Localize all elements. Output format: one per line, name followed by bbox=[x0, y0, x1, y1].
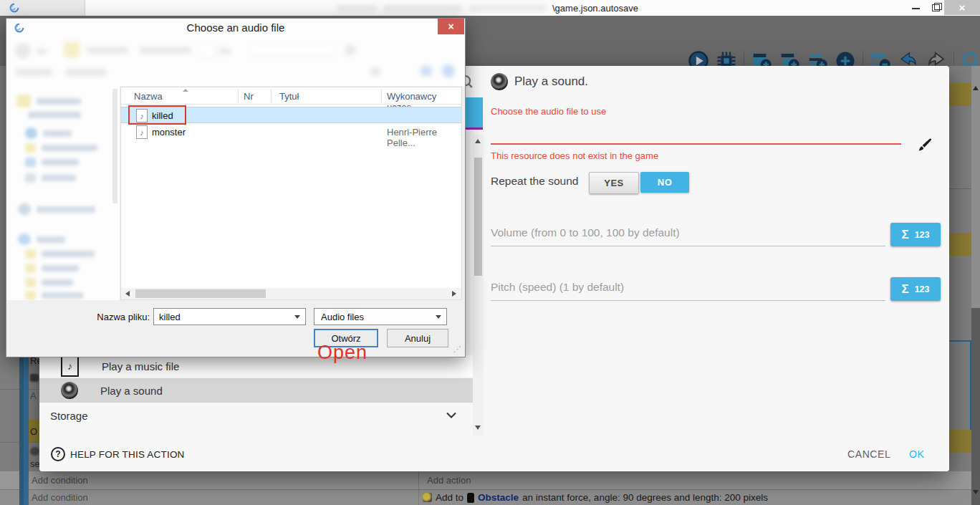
blurred-breadcrumb bbox=[140, 47, 191, 54]
scrollbar-thumb[interactable] bbox=[474, 158, 482, 276]
file-list-header: Nazwa Nr Tytuł Wykonawcy uczes... bbox=[121, 87, 461, 105]
blurred-folder-icon bbox=[64, 42, 80, 57]
force-action-icon bbox=[423, 493, 432, 502]
scroll-up-icon[interactable] bbox=[475, 139, 481, 143]
volume-expression-button[interactable]: Σ 123 bbox=[890, 223, 941, 246]
repeat-yes-button[interactable]: YES bbox=[589, 172, 639, 194]
chevron-down-icon bbox=[446, 411, 457, 419]
window-tab[interactable] bbox=[0, 0, 85, 16]
action-list-item-label: Play a music file bbox=[102, 360, 179, 372]
cancel-button[interactable]: CANCEL bbox=[847, 448, 890, 460]
pitch-label: Pitch (speed) (1 by default) bbox=[491, 281, 624, 294]
column-header-title[interactable]: Tytuł bbox=[279, 91, 299, 102]
filetype-dropdown[interactable]: Audio files bbox=[314, 308, 447, 325]
restore-icon-back bbox=[934, 3, 942, 10]
explorer-toolbar-blurred bbox=[6, 37, 465, 86]
blurred-breadcrumb bbox=[87, 47, 128, 54]
cancel-button-label: Anuluj bbox=[405, 333, 431, 344]
speaker-icon bbox=[491, 73, 508, 90]
blurred-view-icon bbox=[421, 66, 432, 76]
help-icon: ? bbox=[51, 447, 65, 461]
expression-badge: 123 bbox=[915, 284, 930, 294]
event-highlight-yellow bbox=[949, 233, 971, 256]
blurred-title-segment bbox=[337, 5, 377, 11]
help-label: HELP FOR THIS ACTION bbox=[70, 449, 185, 460]
repeat-no-button[interactable]: NO bbox=[640, 172, 689, 193]
partial-event-icon bbox=[30, 374, 39, 382]
brush-icon[interactable] bbox=[915, 136, 932, 155]
sidebar-scrollbar[interactable] bbox=[112, 89, 117, 203]
column-header-nr[interactable]: Nr bbox=[244, 91, 254, 102]
action-list-item-sound[interactable]: Play a sound bbox=[39, 378, 473, 403]
audio-file-field[interactable] bbox=[491, 122, 901, 145]
restore-button[interactable] bbox=[927, 0, 944, 15]
action-object-name: Obstacle bbox=[478, 492, 519, 503]
explorer-sidebar-blurred bbox=[6, 86, 120, 301]
blurred-title-segment bbox=[383, 5, 462, 11]
events-bottom-rows: Add condition Add action Add condition A… bbox=[0, 471, 971, 505]
action-title: Play a sound. bbox=[514, 74, 588, 89]
column-divider[interactable] bbox=[381, 89, 382, 102]
column-divider[interactable] bbox=[238, 89, 239, 102]
add-condition-link[interactable]: Add condition bbox=[32, 475, 88, 486]
file-list-hscrollbar[interactable] bbox=[121, 288, 461, 299]
window-titlebar: \game.json.autosave × bbox=[0, 0, 980, 16]
yes-label: YES bbox=[604, 178, 624, 188]
partial-event-text: O bbox=[30, 426, 37, 437]
resize-grip-icon[interactable]: ⋰ bbox=[453, 345, 461, 354]
cancel-button[interactable]: Anuluj bbox=[387, 329, 448, 347]
blurred-search-box bbox=[249, 44, 335, 57]
file-artist: Henri-Pierre Pelle... bbox=[387, 127, 461, 148]
dropdown-arrow-icon[interactable] bbox=[294, 315, 300, 319]
file-name: monster bbox=[152, 127, 186, 138]
column-divider bbox=[418, 471, 419, 489]
file-row-monster[interactable]: ♪ monster Henri-Pierre Pelle... bbox=[121, 124, 461, 140]
add-condition-link[interactable]: Add condition bbox=[32, 492, 88, 503]
partial-event-icon bbox=[30, 447, 39, 456]
add-action-link[interactable]: Add action bbox=[427, 475, 471, 486]
scroll-right-icon[interactable] bbox=[452, 291, 456, 297]
blurred-blob bbox=[345, 45, 355, 55]
action-section-storage[interactable]: Storage bbox=[39, 405, 473, 425]
scroll-up-icon[interactable] bbox=[973, 86, 979, 90]
event-highlight-yellow bbox=[949, 83, 971, 106]
action-list-item-music[interactable]: ♪ Play a music file bbox=[39, 355, 473, 377]
events-scrollbar[interactable] bbox=[971, 66, 980, 505]
volume-label: Volume (from 0 to 100, 100 by default) bbox=[491, 226, 680, 239]
action-list-scrollbar[interactable] bbox=[473, 135, 484, 436]
blurred-new-folder bbox=[65, 69, 107, 76]
pitch-field[interactable]: Pitch (speed) (1 by default) bbox=[491, 279, 885, 301]
audio-field-underline bbox=[491, 143, 901, 145]
events-scrollbar-top bbox=[971, 66, 980, 308]
column-header-name[interactable]: Nazwa bbox=[134, 91, 163, 102]
pitch-expression-button[interactable]: Σ 123 bbox=[890, 277, 941, 301]
row-separator bbox=[949, 188, 971, 189]
scroll-down-icon[interactable] bbox=[475, 425, 481, 430]
category-tab-selected[interactable] bbox=[465, 97, 483, 130]
file-list-panel: Nazwa Nr Tytuł Wykonawcy uczes... ♪ kill… bbox=[120, 87, 462, 300]
file-dialog-bottom: Nazwa pliku: killed Audio files Otwórz A… bbox=[6, 300, 465, 357]
scroll-left-icon[interactable] bbox=[125, 291, 130, 297]
action-header: Play a sound. bbox=[491, 72, 588, 92]
scroll-down-icon[interactable] bbox=[973, 490, 979, 494]
close-button[interactable]: × bbox=[944, 0, 980, 15]
filename-combobox[interactable]: killed bbox=[153, 308, 306, 325]
ok-button[interactable]: OK bbox=[909, 448, 924, 460]
file-dialog-close-button[interactable]: × bbox=[438, 19, 464, 34]
hscrollbar-thumb[interactable] bbox=[135, 289, 266, 298]
column-divider[interactable] bbox=[271, 89, 272, 102]
minimize-button[interactable] bbox=[907, 0, 924, 15]
dropdown-arrow-icon[interactable] bbox=[436, 315, 441, 319]
window-title: \game.json.autosave bbox=[337, 3, 638, 14]
repeat-label: Repeat the sound bbox=[491, 175, 578, 188]
event-action-row[interactable]: Add to Obstacle an instant force, angle:… bbox=[423, 490, 768, 505]
file-dialog-titlebar[interactable]: Choose an audio file × bbox=[6, 19, 465, 37]
volume-field[interactable]: Volume (from 0 to 100, 100 by default) bbox=[491, 225, 885, 246]
close-icon: × bbox=[959, 2, 966, 13]
minimize-icon bbox=[912, 8, 920, 9]
partial-event-text: A bbox=[30, 390, 37, 401]
event-highlight-yellow bbox=[949, 430, 971, 453]
help-link[interactable]: ? HELP FOR THIS ACTION bbox=[51, 447, 185, 461]
event-row: Add condition Add action bbox=[0, 471, 971, 490]
sigma-icon: Σ bbox=[901, 228, 908, 242]
